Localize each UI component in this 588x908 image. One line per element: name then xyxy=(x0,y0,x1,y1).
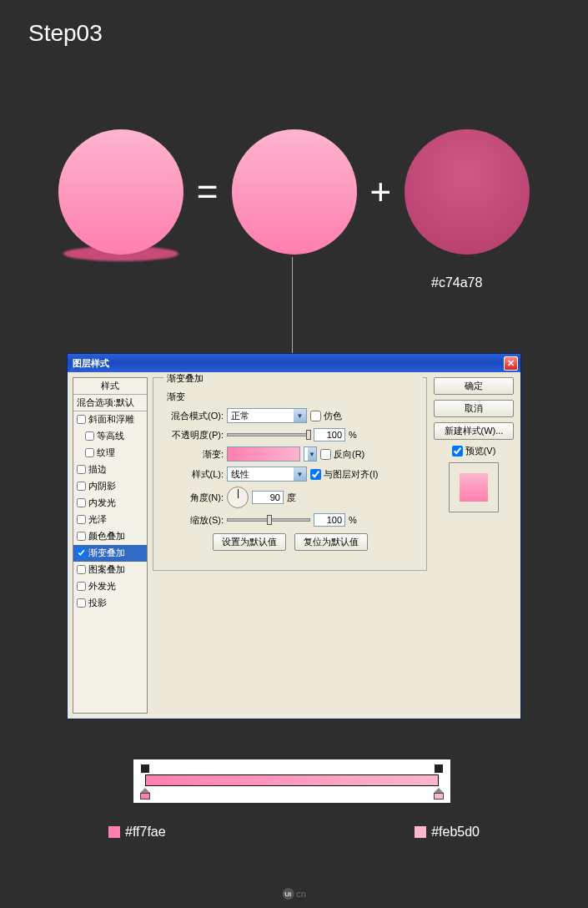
swatch-right xyxy=(415,826,426,838)
dialog-right-column: 确定 取消 新建样式(W)... 预览(V) xyxy=(432,377,515,714)
sidebar-styles[interactable]: 样式 xyxy=(73,378,147,395)
gradient-dropdown[interactable]: ▼ xyxy=(304,446,317,462)
scale-input[interactable] xyxy=(314,513,345,527)
angle-dial[interactable] xyxy=(227,487,249,508)
sidebar-contour[interactable]: 等高线 xyxy=(73,428,147,445)
preview-label: 预览(V) xyxy=(465,445,496,457)
opacity-input[interactable] xyxy=(314,428,345,441)
sidebar-inner-glow-label: 内发光 xyxy=(88,497,116,509)
sidebar-pattern-overlay-label: 图案叠加 xyxy=(88,563,125,576)
gradient-hex-row: #ff7fae #feb5d0 xyxy=(0,825,588,840)
connector-line xyxy=(292,257,293,353)
sidebar-pattern-overlay[interactable]: 图案叠加 xyxy=(73,562,147,578)
opacity-stop-right[interactable] xyxy=(435,764,443,773)
gradient-swatch[interactable] xyxy=(227,446,300,462)
sidebar-drop-shadow-label: 投影 xyxy=(88,597,107,609)
opacity-slider[interactable] xyxy=(227,433,310,436)
sidebar-satin[interactable]: 光泽 xyxy=(73,512,147,528)
cancel-button[interactable]: 取消 xyxy=(434,400,514,417)
reset-default-button[interactable]: 复位为默认值 xyxy=(294,533,368,551)
opacity-stop-left[interactable] xyxy=(141,764,149,773)
sidebar-stroke[interactable]: 描边 xyxy=(73,462,147,478)
color-stop-left[interactable] xyxy=(140,788,150,800)
gradient-editor-sample xyxy=(133,759,450,803)
ok-button[interactable]: 确定 xyxy=(434,377,514,395)
swatch-left xyxy=(108,826,120,838)
preview-checkbox[interactable]: 预览(V) xyxy=(452,445,496,457)
sidebar-color-overlay[interactable]: 颜色叠加 xyxy=(73,528,147,545)
style-value: 线性 xyxy=(231,468,249,481)
preview-row: = + xyxy=(0,129,588,255)
preview-box xyxy=(449,462,499,512)
dialog-titlebar[interactable]: 图层样式 ✕ xyxy=(68,354,520,372)
watermark-logo-icon: Ui xyxy=(282,888,294,900)
set-default-button[interactable]: 设置为默认值 xyxy=(213,533,286,551)
scale-slider[interactable] xyxy=(227,518,310,522)
sidebar-drop-shadow[interactable]: 投影 xyxy=(73,595,147,612)
close-icon[interactable]: ✕ xyxy=(504,356,518,371)
chevron-down-icon: ▼ xyxy=(294,409,306,422)
shadow-hex-label: #c74a78 xyxy=(431,275,482,290)
options-panel: 渐变叠加 渐变 混合模式(O): 正常 ▼ 仿色 不透明度(P): % xyxy=(153,377,427,714)
step-title: Step03 xyxy=(28,20,103,47)
blend-mode-label: 混合模式(O): xyxy=(160,410,224,422)
chevron-down-icon: ▼ xyxy=(294,467,306,481)
sidebar-outer-glow-label: 外发光 xyxy=(88,580,116,593)
preview-thumbnail xyxy=(460,473,488,502)
sidebar-gradient-overlay-label: 渐变叠加 xyxy=(88,547,125,559)
gradient-circle xyxy=(232,129,357,255)
sidebar-gradient-overlay[interactable]: 渐变叠加 xyxy=(73,545,147,562)
shadow-circle xyxy=(405,129,530,255)
angle-unit: 度 xyxy=(287,492,296,504)
new-style-button[interactable]: 新建样式(W)... xyxy=(434,422,514,440)
align-label: 与图层对齐(I) xyxy=(324,468,378,481)
sidebar-texture[interactable]: 纹理 xyxy=(73,445,147,462)
sidebar-stroke-label: 描边 xyxy=(88,463,107,476)
sidebar-color-overlay-label: 颜色叠加 xyxy=(88,530,125,542)
watermark-text: cn xyxy=(296,889,306,899)
sidebar-contour-label: 等高线 xyxy=(97,430,124,442)
reverse-label: 反向(R) xyxy=(334,448,364,461)
gradient-rail[interactable] xyxy=(145,774,439,786)
angle-input[interactable] xyxy=(252,491,284,504)
color-stop-right[interactable] xyxy=(434,788,444,800)
sidebar-bevel-label: 斜面和浮雕 xyxy=(88,413,134,426)
style-sidebar: 样式 混合选项:默认 斜面和浮雕 等高线 纹理 描边 内阴影 内发光 光泽 颜色… xyxy=(73,377,148,714)
sidebar-blend-default[interactable]: 混合选项:默认 xyxy=(73,395,147,411)
layer-style-dialog: 图层样式 ✕ 样式 混合选项:默认 斜面和浮雕 等高线 纹理 描边 内阴影 内发… xyxy=(67,353,521,719)
left-hex-label: #ff7fae xyxy=(125,825,166,840)
chevron-down-icon: ▼ xyxy=(308,447,316,461)
style-select[interactable]: 线性 ▼ xyxy=(227,467,307,482)
opacity-label: 不透明度(P): xyxy=(160,429,224,441)
sidebar-inner-shadow[interactable]: 内阴影 xyxy=(73,478,147,495)
sub-title: 渐变 xyxy=(167,391,420,403)
result-circle xyxy=(58,129,183,255)
align-checkbox[interactable]: 与图层对齐(I) xyxy=(310,468,378,481)
sidebar-inner-shadow-label: 内阴影 xyxy=(88,480,116,492)
plus-sign: + xyxy=(364,171,399,213)
scale-label: 缩放(S): xyxy=(160,514,224,527)
right-hex-label: #feb5d0 xyxy=(431,825,480,840)
equals-sign: = xyxy=(190,171,225,213)
dialog-title: 图层样式 xyxy=(73,357,109,370)
gradient-label: 渐变: xyxy=(160,448,224,461)
reverse-checkbox[interactable]: 反向(R) xyxy=(320,448,364,461)
dither-label: 仿色 xyxy=(324,410,342,422)
sidebar-inner-glow[interactable]: 内发光 xyxy=(73,495,147,512)
sidebar-outer-glow[interactable]: 外发光 xyxy=(73,578,147,595)
sidebar-satin-label: 光泽 xyxy=(88,513,107,526)
sidebar-bevel[interactable]: 斜面和浮雕 xyxy=(73,411,147,428)
blend-mode-value: 正常 xyxy=(231,410,249,422)
dither-checkbox[interactable]: 仿色 xyxy=(310,410,342,422)
watermark: Ui cn xyxy=(282,888,306,900)
blend-mode-select[interactable]: 正常 ▼ xyxy=(227,408,307,423)
style-label: 样式(L): xyxy=(160,468,224,481)
percent-unit: % xyxy=(349,430,357,440)
percent-unit-2: % xyxy=(349,515,357,525)
angle-label: 角度(N): xyxy=(160,492,224,504)
sidebar-texture-label: 纹理 xyxy=(97,446,115,459)
group-title: 渐变叠加 xyxy=(163,372,423,385)
right-hex: #feb5d0 xyxy=(415,825,480,840)
left-hex: #ff7fae xyxy=(108,825,166,840)
